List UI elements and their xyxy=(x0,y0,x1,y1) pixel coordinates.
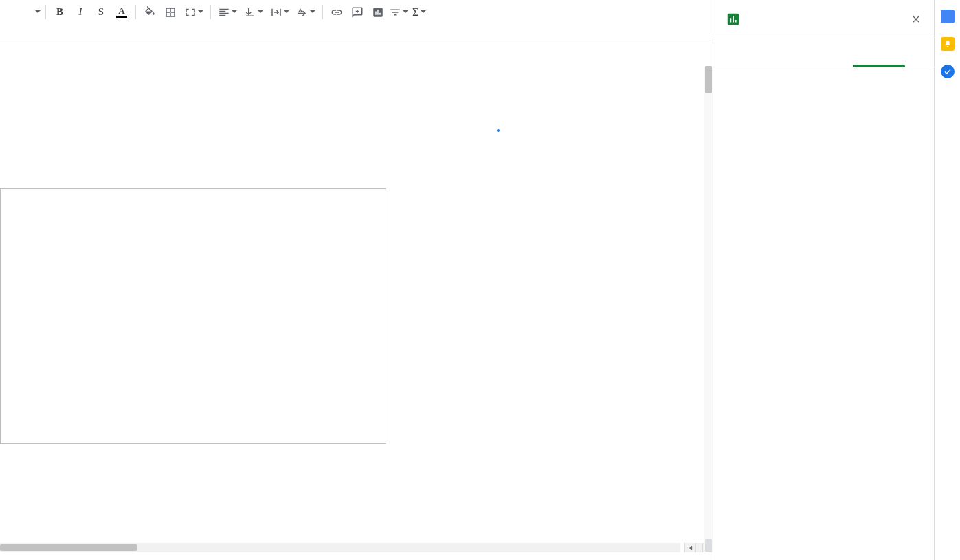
italic-button[interactable]: I xyxy=(71,3,90,21)
borders-button[interactable] xyxy=(161,3,180,21)
text-color-button[interactable]: A xyxy=(112,3,131,21)
tab-customize[interactable] xyxy=(824,38,935,67)
insert-comment-button[interactable] xyxy=(348,3,367,21)
vertical-scrollbar[interactable] xyxy=(704,66,713,552)
functions-button[interactable]: Σ xyxy=(410,3,429,21)
chart-editor-icon xyxy=(726,12,741,27)
side-panel xyxy=(934,0,960,560)
tab-setup[interactable] xyxy=(713,38,824,67)
merge-cells-button[interactable] xyxy=(181,3,206,21)
strikethrough-button[interactable]: S xyxy=(91,3,111,21)
text-wrap-button[interactable] xyxy=(267,3,292,21)
scroll-left-button[interactable]: ◄ xyxy=(684,543,695,552)
embedded-chart[interactable] xyxy=(0,188,386,444)
font-size-dropdown[interactable] xyxy=(34,4,41,21)
tasks-icon[interactable] xyxy=(941,65,955,78)
spreadsheet-grid[interactable]: ◄ ► xyxy=(0,25,713,552)
insert-link-button[interactable] xyxy=(327,3,346,21)
vertical-align-button[interactable] xyxy=(241,3,266,21)
horizontal-align-button[interactable] xyxy=(215,3,240,21)
bold-button[interactable]: B xyxy=(50,3,69,21)
calendar-icon[interactable] xyxy=(941,10,955,23)
close-button[interactable] xyxy=(911,14,922,25)
text-rotation-button[interactable] xyxy=(293,3,318,21)
chart-editor-panel xyxy=(713,0,934,560)
fill-color-button[interactable] xyxy=(140,3,159,21)
scroll-sep xyxy=(695,543,702,552)
chart-editor-tabs xyxy=(713,38,934,67)
column-header-row xyxy=(0,25,713,41)
horizontal-scrollbar[interactable] xyxy=(0,543,680,552)
keep-icon[interactable] xyxy=(941,37,955,51)
filter-button[interactable] xyxy=(389,3,408,21)
chart-editor-header xyxy=(713,0,934,38)
font-size-input[interactable] xyxy=(5,4,33,21)
insert-chart-button[interactable] xyxy=(368,3,388,21)
selection-dot xyxy=(497,129,500,132)
chart-plot-area xyxy=(1,196,373,436)
